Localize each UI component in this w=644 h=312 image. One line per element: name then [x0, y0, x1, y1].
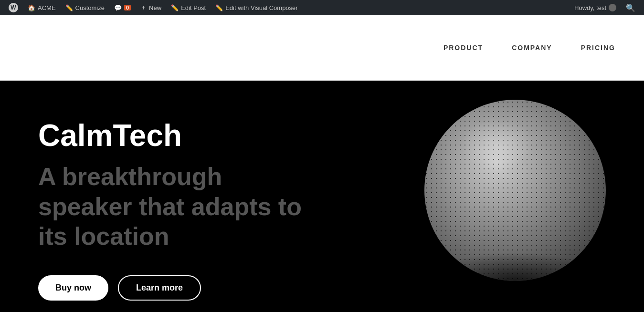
avatar-icon [609, 4, 616, 11]
hero-title: CalmTech [38, 119, 424, 152]
admin-bar: W 🏠 ACME ✏️ Customize 💬 0 ＋ New ✏️ Edit … [0, 0, 644, 15]
comment-icon: 💬 [114, 4, 122, 11]
edit-post-label: Edit Post [181, 4, 206, 11]
edit-post-icon: ✏️ [171, 4, 179, 11]
nav-item-product[interactable]: PRODUCT [443, 44, 483, 52]
speaker-highlight [461, 118, 533, 172]
home-icon: 🏠 [28, 4, 35, 11]
acme-label: ACME [38, 4, 56, 11]
comments-item[interactable]: 💬 0 [109, 0, 136, 15]
visual-composer-edit-icon: ✏️ [215, 4, 223, 11]
customize-edit-icon: ✏️ [65, 4, 73, 11]
site-nav: PRODUCT COMPANY PRICING [443, 44, 615, 52]
visual-composer-label: Edit with Visual Composer [225, 4, 298, 11]
nav-item-pricing[interactable]: PRICING [581, 44, 615, 52]
hero-buttons: Buy now Learn more [38, 275, 424, 301]
site-header: PRODUCT COMPANY PRICING [0, 15, 644, 81]
search-icon[interactable]: 🔍 [621, 3, 640, 12]
speaker-graphic [424, 100, 606, 281]
buy-now-button[interactable]: Buy now [38, 275, 108, 301]
hero-speaker-image [424, 100, 606, 281]
edit-post-item[interactable]: ✏️ Edit Post [166, 0, 211, 15]
speaker-shadow [424, 252, 606, 281]
hero-section: CalmTech A breakthrough speaker that ada… [0, 81, 644, 312]
comment-badge: 0 [124, 5, 131, 10]
plus-icon: ＋ [140, 3, 147, 12]
visual-composer-item[interactable]: ✏️ Edit with Visual Composer [211, 0, 303, 15]
wordpress-icon: W [9, 3, 18, 12]
howdy-item[interactable]: Howdy, test [570, 0, 621, 15]
new-item[interactable]: ＋ New [136, 0, 166, 15]
hero-content: CalmTech A breakthrough speaker that ada… [38, 109, 424, 301]
acme-item[interactable]: 🏠 ACME [23, 0, 61, 15]
hero-subtitle: A breakthrough speaker that adapts to it… [38, 162, 306, 251]
new-label: New [149, 4, 161, 11]
wp-logo-item[interactable]: W [4, 0, 23, 15]
customize-label: Customize [75, 4, 105, 11]
nav-item-company[interactable]: COMPANY [512, 44, 552, 52]
learn-more-button[interactable]: Learn more [118, 275, 201, 301]
howdy-label: Howdy, test [574, 4, 606, 11]
customize-item[interactable]: ✏️ Customize [61, 0, 109, 15]
